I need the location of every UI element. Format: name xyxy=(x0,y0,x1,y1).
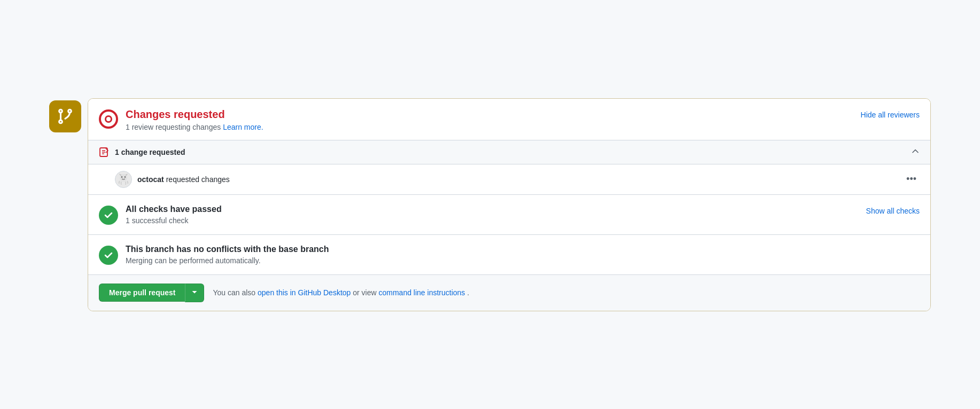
merge-button-group: Merge pull request xyxy=(99,284,204,302)
merge-pull-request-button[interactable]: Merge pull request xyxy=(99,284,185,302)
open-github-desktop-link[interactable]: open this in GitHub Desktop xyxy=(258,288,351,297)
changes-requested-subtitle: 1 review requesting changes Learn more. xyxy=(126,123,263,131)
merge-dropdown-button[interactable] xyxy=(185,284,204,302)
changes-requested-title: Changes requested xyxy=(126,108,263,121)
file-diff-icon xyxy=(99,147,110,158)
no-conflicts-content: This branch has no conflicts with the ba… xyxy=(88,235,930,274)
checks-content: All checks have passed 1 successful chec… xyxy=(88,195,930,234)
header-title-group: Changes requested 1 review requesting ch… xyxy=(126,108,263,131)
checks-passed-icon xyxy=(99,206,118,225)
change-requested-bar: 1 change requested xyxy=(88,140,930,164)
no-conflicts-subtitle: Merging can be performed automatically. xyxy=(126,256,329,265)
pr-status-card: Changes requested 1 review requesting ch… xyxy=(88,98,931,311)
svg-point-11 xyxy=(121,176,122,177)
reviewer-left: octocat requested changes xyxy=(115,171,230,188)
reviewer-name-label: octocat requested changes xyxy=(137,175,230,184)
reviewer-row: octocat requested changes ••• xyxy=(88,164,930,194)
reviewer-avatar xyxy=(115,171,132,188)
no-conflicts-icon xyxy=(99,246,118,265)
svg-point-12 xyxy=(125,176,126,177)
checks-section: All checks have passed 1 successful chec… xyxy=(88,194,930,234)
checks-subtitle: 1 successful check xyxy=(126,216,222,225)
reviewer-action-text: requested changes xyxy=(166,175,230,184)
git-branch-icon xyxy=(49,100,81,132)
command-line-instructions-link[interactable]: command line instructions xyxy=(379,288,465,297)
reviewer-name: octocat xyxy=(137,175,164,184)
change-requested-section: 1 change requested xyxy=(88,140,930,194)
checks-title: All checks have passed xyxy=(126,204,222,214)
checks-text-group: All checks have passed 1 successful chec… xyxy=(126,204,222,225)
change-requested-label: 1 change requested xyxy=(115,148,185,156)
merge-description: You can also open this in GitHub Desktop… xyxy=(213,288,469,297)
no-conflicts-left: This branch has no conflicts with the ba… xyxy=(99,245,329,265)
hide-all-reviewers-link[interactable]: Hide all reviewers xyxy=(861,111,920,119)
svg-point-5 xyxy=(106,117,111,121)
show-all-checks-link[interactable]: Show all checks xyxy=(866,207,920,215)
no-conflicts-title: This branch has no conflicts with the ba… xyxy=(126,245,329,254)
header-left: Changes requested 1 review requesting ch… xyxy=(99,108,263,131)
no-conflicts-text-group: This branch has no conflicts with the ba… xyxy=(126,245,329,265)
reviewer-options-button[interactable]: ••• xyxy=(903,172,920,186)
changes-requested-header: Changes requested 1 review requesting ch… xyxy=(88,99,930,140)
merge-section: Merge pull request You can also open thi… xyxy=(88,274,930,311)
changes-requested-icon xyxy=(99,109,118,129)
chevron-up-icon[interactable] xyxy=(911,147,920,158)
no-conflicts-section: This branch has no conflicts with the ba… xyxy=(88,234,930,274)
checks-left: All checks have passed 1 successful chec… xyxy=(99,204,222,225)
change-requested-bar-left: 1 change requested xyxy=(99,147,185,158)
learn-more-link[interactable]: Learn more. xyxy=(223,123,263,131)
